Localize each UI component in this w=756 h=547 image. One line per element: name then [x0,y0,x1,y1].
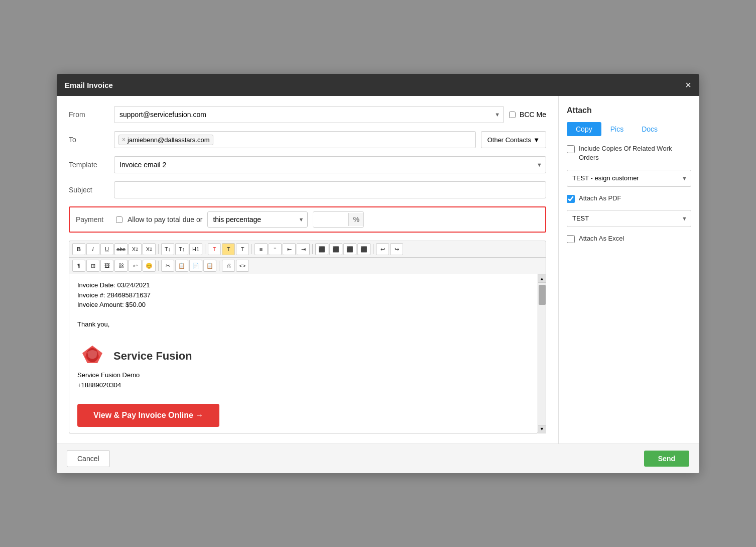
percent-input[interactable] [313,212,348,227]
indent-button[interactable]: ⇥ [297,243,310,255]
other-contacts-button[interactable]: Other Contacts ▼ [481,131,546,148]
modal-footer: Cancel Send [57,444,699,473]
template-row: Template Invoice email 2 ▼ [69,156,546,173]
company-logo-text: Service Fusion [113,348,192,364]
include-copies-option: Include Copies Of Related Work Orders [567,144,691,162]
invoice-date-line: Invoice Date: 03/24/2021 [77,280,513,290]
payment-controls: Allow to pay total due or this percentag… [116,211,364,228]
text-format-button[interactable]: T [236,243,249,255]
align-left-button[interactable]: ⬛ [315,243,328,255]
to-field[interactable]: × jamiebenn@dallasstars.com [114,131,476,148]
outdent-button[interactable]: ⇤ [283,243,296,255]
attach-pdf-option: Attach As PDF [567,194,691,203]
copy-button[interactable]: 📋 [175,260,188,272]
from-select-wrapper: support@servicefusion.com ▼ [114,106,504,123]
undo-button[interactable]: ↩ [376,243,389,255]
toolbar-sep-1 [158,244,159,254]
italic-button[interactable]: I [86,243,99,255]
esign-select[interactable]: TEST - esign customer [567,170,691,187]
attach-pdf-label: Attach As PDF [579,194,621,203]
subscript-button[interactable]: X2 [129,243,142,255]
toolbar-sep-7 [219,261,219,271]
percentage-select-wrapper: this percentage ▼ [207,211,308,228]
template-select-wrapper: Invoice email 2 ▼ [114,156,546,173]
subject-input[interactable]: Invoice from Service Fusion Demo [114,181,546,198]
toolbar-row-1: B I U abc X2 X2 T↓ T↑ H1 T T [72,243,403,255]
emoji-button[interactable]: 😊 [143,260,156,272]
attach-pdf-checkbox[interactable] [567,195,575,203]
strikethrough-button[interactable]: abc [114,243,128,255]
esign-select-wrapper: TEST - esign customer ▼ [567,170,691,187]
payment-checkbox[interactable] [116,216,122,223]
paragraph-button[interactable]: ¶ [72,260,85,272]
close-button[interactable]: × [685,80,691,90]
align-right-button[interactable]: ⬛ [343,243,356,255]
align-justify-button[interactable]: ⬛ [357,243,370,255]
editor-area-wrapper: Invoice Date: 03/24/2021 Invoice #: 2846… [69,274,546,433]
print-button[interactable]: 🖨 [222,260,235,272]
from-select[interactable]: support@servicefusion.com [114,106,504,123]
percentage-select[interactable]: this percentage [207,211,308,228]
template-select[interactable]: Invoice email 2 [114,156,546,173]
highlight-button[interactable]: T [222,243,235,255]
scroll-thumb [539,285,546,305]
bcc-checkbox[interactable] [509,112,516,118]
to-email-tag: × jamiebenn@dallasstars.com [118,135,213,145]
heading-button[interactable]: H1 [189,243,202,255]
percent-input-wrapper: % [313,211,363,228]
other-contacts-label: Other Contacts [487,136,531,144]
font-size-down-button[interactable]: T↓ [161,243,174,255]
include-copies-label: Include Copies Of Related Work Orders [579,144,691,162]
source-button[interactable]: <> [236,260,249,272]
payment-label: Payment [76,215,111,224]
superscript-button[interactable]: X2 [143,243,156,255]
redo-button[interactable]: ↪ [390,243,403,255]
paste-button[interactable]: 📄 [189,260,202,272]
percent-symbol: % [348,213,363,226]
pdf-template-select[interactable]: TEST [567,210,691,227]
link-button[interactable]: ⛓ [114,260,128,272]
cancel-button[interactable]: Cancel [67,450,110,467]
font-color-button[interactable]: T [208,243,221,255]
editor-toolbar-row2: ¶ ⊞ 🖼 ⛓ ↩ 😊 ✂ 📋 📄 📋 🖨 [69,258,546,274]
unlink-button[interactable]: ↩ [129,260,142,272]
bold-button[interactable]: B [72,243,85,255]
align-center-button[interactable]: ⬛ [329,243,342,255]
email-invoice-modal: Email Invoice × From support@servicefusi… [57,74,699,473]
service-fusion-logo: Service Fusion [77,343,513,368]
paste-text-button[interactable]: 📋 [203,260,216,272]
tag-remove-icon[interactable]: × [122,136,125,143]
invoice-amount-line: Invoice Amount: $50.00 [77,300,513,310]
payment-row: Payment Allow to pay total due or this p… [69,206,546,233]
attach-excel-label: Attach As Excel [579,234,624,243]
demo-label: Service Fusion Demo [77,370,513,380]
thank-you-line: Thank you, [77,319,513,330]
tab-pics[interactable]: Pics [601,122,633,136]
send-button[interactable]: Send [644,451,689,467]
tab-copy[interactable]: Copy [567,122,601,136]
scroll-up-button[interactable]: ▲ [538,275,546,283]
editor-content-area[interactable]: Invoice Date: 03/24/2021 Invoice #: 2846… [69,274,538,433]
include-copies-checkbox[interactable] [567,145,575,153]
cut-button[interactable]: ✂ [161,260,174,272]
editor-toolbar: B I U abc X2 X2 T↓ T↑ H1 T T [69,241,546,258]
to-row: To × jamiebenn@dallasstars.com Other Con… [69,131,546,148]
image-button[interactable]: 🖼 [100,260,113,272]
unordered-list-button[interactable]: ≡ [255,243,268,255]
ordered-list-button[interactable]: ⁼ [269,243,282,255]
from-row: From support@servicefusion.com ▼ BCC Me [69,106,546,123]
bcc-label: BCC Me [520,111,546,119]
underline-button[interactable]: U [100,243,113,255]
service-fusion-logo-icon [77,343,107,368]
modal-sidebar: Attach Copy Pics Docs Include [559,96,699,444]
to-label: To [69,136,109,144]
table-button[interactable]: ⊞ [86,260,99,272]
scroll-down-button[interactable]: ▼ [538,425,546,433]
tab-docs[interactable]: Docs [633,122,667,136]
font-size-up-button[interactable]: T↑ [175,243,188,255]
modal-header: Email Invoice × [57,74,699,96]
attach-excel-checkbox[interactable] [567,235,575,243]
toolbar-sep-3 [251,244,252,254]
modal-body: From support@servicefusion.com ▼ BCC Me … [57,96,699,444]
view-pay-invoice-button[interactable]: View & Pay Invoice Online → [77,404,219,427]
